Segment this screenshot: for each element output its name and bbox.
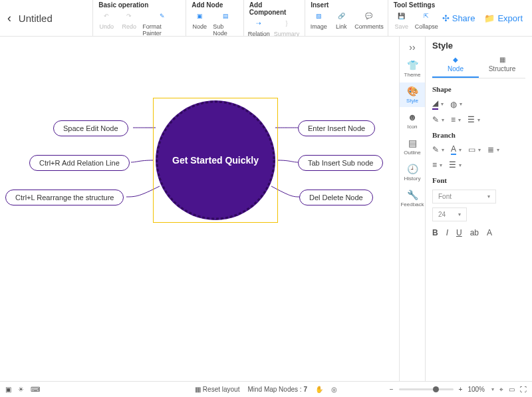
subnode-icon: ▤ (220, 10, 232, 22)
group-label: Basic operation (97, 1, 182, 9)
uline-icon: A (451, 144, 456, 155)
zoom-slider[interactable] (399, 388, 454, 390)
lines-icon: ≡ (451, 115, 456, 124)
strike-button[interactable]: ab (470, 228, 479, 237)
redo-icon: ↷ (123, 10, 135, 22)
feedback-icon: 🔧 (407, 190, 418, 200)
outline-icon: ▤ (408, 138, 417, 148)
status-bar: ▣ ☀ ⌨ ▦ Reset layout Mind Map Nodes : 7 … (0, 381, 532, 397)
format-painter-button[interactable]: ✎Format Painter (142, 10, 182, 37)
brightness-button[interactable]: ☀ (18, 386, 24, 393)
fullscreen-button[interactable]: ⛶ (520, 386, 527, 393)
node-count: Mind Map Nodes : 7 (247, 386, 307, 393)
shape-type-button[interactable]: ◍▾ (450, 98, 462, 110)
section-font: Font (432, 176, 525, 184)
right-rail: ›› 👕Theme 🎨Style ☻Icon ▤Outline 🕘History… (399, 37, 426, 381)
leaf-node[interactable]: Tab Insert Sub node (298, 155, 383, 171)
group-add-node: Add Node ▣Node ▤Sub Node (186, 0, 243, 36)
branch-underline-button[interactable]: A▾ (451, 144, 462, 155)
add-node-button[interactable]: ▣Node (190, 10, 209, 37)
align-icon: ≣ (487, 145, 494, 154)
width2-icon: ☰ (449, 160, 456, 170)
leaf-node[interactable]: Ctrl+R Add Relation Line (29, 155, 130, 171)
fit-button[interactable]: ⌖ (499, 386, 503, 394)
section-branch: Branch (432, 131, 525, 139)
border-width-button[interactable]: ☰▾ (467, 115, 480, 124)
branch-line-width-button[interactable]: ☰▾ (449, 160, 462, 170)
insert-image-button[interactable]: ▧Image (309, 10, 328, 30)
branch-color-button[interactable]: ✎▾ (432, 144, 444, 155)
save-button[interactable]: 💾Save (392, 10, 411, 30)
rail-collapse-button[interactable]: ›› (409, 39, 415, 55)
leaf-node[interactable]: Enter Insert Node (298, 120, 375, 136)
share-button[interactable]: ✣Share (442, 13, 475, 23)
font-family-select[interactable]: Font▾ (432, 190, 496, 203)
rail-style[interactable]: 🎨Style (400, 82, 425, 107)
leaf-node[interactable]: Space Edit Node (53, 120, 128, 136)
insert-link-button[interactable]: 🔗Link (332, 10, 350, 30)
style-icon: 🎨 (407, 86, 418, 96)
chevron-down-icon: ▾ (458, 211, 461, 217)
leaf-node[interactable]: Del Delete Node (299, 190, 373, 205)
leaf-node[interactable]: Ctrl+L Rearrange the structure (5, 190, 124, 205)
image-icon: ▧ (313, 10, 325, 22)
rect-icon: ▭ (468, 145, 475, 154)
node-tab-icon: ◆ (453, 56, 458, 63)
structure-tab-icon: ▦ (499, 56, 505, 63)
summary-icon: } (281, 17, 293, 29)
border-style-button[interactable]: ≡▾ (451, 115, 461, 124)
rail-icon[interactable]: ☻Icon (400, 108, 425, 133)
doc-title[interactable]: Untitled (19, 0, 92, 36)
undo-button[interactable]: ↶Undo (97, 10, 116, 37)
reset-layout-button[interactable]: ▦ Reset layout (195, 386, 239, 393)
rail-theme[interactable]: 👕Theme (400, 57, 425, 81)
rail-feedback[interactable]: 🔧Feedback (400, 186, 425, 211)
top-actions: ✣Share 📁Export (442, 0, 532, 36)
zoom-menu-button[interactable]: ▾ (491, 386, 494, 392)
presentation-button[interactable]: ▭ (509, 386, 515, 393)
width-icon: ☰ (467, 115, 475, 124)
branch-box-button[interactable]: ▭▾ (468, 144, 481, 155)
pan-button[interactable]: ✋ (315, 386, 323, 393)
font-size-select[interactable]: 24▾ (432, 207, 467, 221)
view-mode-button[interactable]: ▣ (5, 386, 11, 393)
underline-button[interactable]: U (456, 228, 462, 237)
tab-structure[interactable]: ▦Structure (479, 56, 525, 78)
italic-button[interactable]: I (446, 228, 448, 237)
rail-history[interactable]: 🕘History (400, 160, 425, 185)
redo-button[interactable]: ↷Redo (120, 10, 138, 37)
relation-button[interactable]: ⇢Relation (248, 17, 270, 37)
collapse-button[interactable]: ⇱Collapse (415, 10, 438, 30)
collapse-icon: ⇱ (420, 10, 432, 22)
tab-node[interactable]: ◆Node (432, 56, 479, 78)
back-button[interactable]: ‹ (0, 0, 19, 36)
zoom-out-button[interactable]: − (390, 386, 394, 393)
font-color-button[interactable]: A (487, 228, 492, 237)
fill-color-button[interactable]: ◢▾ (432, 98, 444, 110)
export-button[interactable]: 📁Export (484, 13, 523, 23)
node-icon: ▣ (194, 10, 205, 22)
section-shape: Shape (432, 85, 525, 93)
canvas[interactable]: Get Started Quickly Space Edit Node Ctrl… (0, 37, 399, 381)
bucket-icon: ◍ (450, 100, 457, 109)
keyboard-button[interactable]: ⌨ (31, 386, 40, 393)
chevron-down-icon: ▾ (441, 101, 444, 107)
branch-align-button[interactable]: ≣▾ (487, 144, 499, 155)
bold-button[interactable]: B (432, 228, 438, 237)
save-icon: 💾 (396, 10, 408, 22)
border-color-button[interactable]: ✎▾ (432, 115, 444, 124)
branch-line-style-button[interactable]: ≡▾ (432, 160, 442, 170)
chevron-down-icon: ▾ (487, 194, 490, 199)
comments-button[interactable]: 💬Comments (354, 10, 384, 30)
center-node[interactable]: Get Started Quickly (156, 100, 275, 220)
group-tool-settings: Tool Settings 💾Save ⇱Collapse (388, 0, 442, 36)
pen2-icon: ✎ (432, 145, 439, 154)
summary-button[interactable]: }Summary (274, 17, 300, 37)
add-subnode-button[interactable]: ▤Sub Node (213, 10, 239, 37)
zoom-in-button[interactable]: + (459, 386, 463, 393)
focus-button[interactable]: ◎ (331, 386, 337, 393)
top-toolbar: ‹ Untitled Basic operation ↶Undo ↷Redo ✎… (0, 0, 532, 37)
paint-icon: ✎ (156, 10, 168, 22)
undo-icon: ↶ (100, 10, 112, 22)
rail-outline[interactable]: ▤Outline (400, 134, 425, 159)
